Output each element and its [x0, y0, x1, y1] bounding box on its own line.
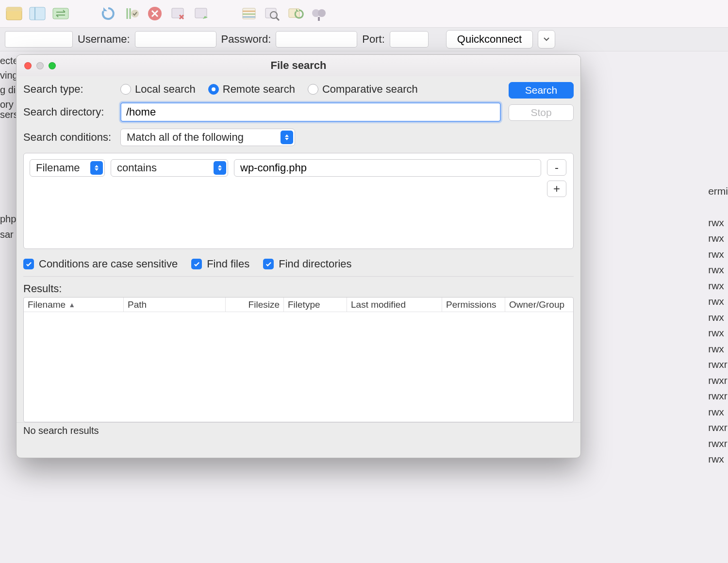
username-input[interactable]: [135, 31, 216, 48]
quickconnect-bar: Username: Password: Port: Quickconnect: [0, 27, 728, 51]
radio-remote-search[interactable]: Remote search: [208, 83, 295, 96]
col-filesize[interactable]: Filesize: [226, 298, 284, 312]
sync-icon[interactable]: [286, 4, 305, 23]
bg-permissions-fragment: ermi rwxrwxrwx rwxrwxrwx rwxrwxrwx rwxrr…: [708, 183, 728, 467]
checkbox-case-sensitive[interactable]: Conditions are case sensitive: [23, 258, 178, 270]
svg-line-15: [276, 17, 279, 20]
add-condition-button[interactable]: +: [547, 181, 566, 197]
dialog-titlebar[interactable]: File search: [17, 55, 580, 76]
search-button[interactable]: Search: [509, 82, 574, 99]
condition-row: Filename contains: [30, 159, 567, 177]
search-icon[interactable]: [263, 4, 281, 23]
dialog-status-bar: No search results: [17, 422, 580, 439]
conditions-panel: Filename contains - +: [23, 153, 574, 249]
refresh-icon[interactable]: [99, 4, 117, 23]
condition-operator-select[interactable]: contains: [111, 159, 228, 177]
check-icon: [25, 261, 33, 268]
results-table[interactable]: Filename ▲ Path Filesize Filetype Last m…: [23, 297, 574, 422]
port-input[interactable]: [390, 31, 429, 48]
process-queue-icon[interactable]: [122, 4, 141, 23]
svg-rect-2: [30, 7, 45, 20]
username-label: Username:: [78, 33, 130, 46]
select-caret-icon: [90, 161, 103, 175]
radio-local-label: Local search: [135, 83, 196, 96]
col-filetype[interactable]: Filetype: [284, 298, 347, 312]
separator: [23, 276, 574, 277]
radio-remote-label: Remote search: [223, 83, 295, 96]
checkbox-find-dirs[interactable]: Find directories: [263, 258, 351, 270]
stop-button[interactable]: Stop: [509, 104, 574, 121]
checkbox-find-files[interactable]: Find files: [191, 258, 249, 270]
password-input[interactable]: [276, 31, 357, 48]
condition-value-input[interactable]: [234, 159, 541, 177]
match-mode-value: Match all of the following: [127, 131, 244, 144]
condition-field-value: Filename: [36, 162, 80, 174]
col-filename[interactable]: Filename ▲: [24, 298, 124, 312]
check-icon: [265, 261, 272, 268]
condition-operator-value: contains: [117, 162, 157, 174]
radio-comparative-search[interactable]: Comparative search: [308, 83, 418, 96]
check-icon: [193, 261, 200, 268]
radio-comparative-label: Comparative search: [322, 83, 418, 96]
search-type-label: Search type:: [23, 83, 120, 96]
col-path[interactable]: Path: [124, 298, 226, 312]
search-directory-label: Search directory:: [23, 106, 120, 118]
file-search-dialog: File search Search type: Local search Re…: [16, 54, 581, 458]
minimize-icon[interactable]: [36, 62, 44, 69]
host-input[interactable]: [5, 31, 73, 48]
chevron-down-icon: [544, 37, 549, 41]
port-label: Port:: [362, 33, 384, 46]
password-label: Password:: [221, 33, 271, 46]
svg-rect-1: [6, 7, 22, 11]
svg-point-5: [131, 10, 139, 17]
col-ownergroup[interactable]: Owner/Group: [505, 298, 573, 312]
sort-asc-icon: ▲: [68, 301, 75, 309]
remove-condition-button[interactable]: -: [547, 159, 566, 176]
search-conditions-label: Search conditions:: [23, 131, 120, 144]
zoom-icon[interactable]: [49, 62, 56, 69]
match-mode-select[interactable]: Match all of the following: [120, 129, 295, 146]
dialog-title: File search: [17, 59, 580, 72]
bg-text: php: [0, 214, 16, 225]
checkbox-case-label: Conditions are case sensitive: [39, 258, 178, 270]
checkbox-dirs-label: Find directories: [279, 258, 351, 270]
reconnect-icon[interactable]: [192, 4, 211, 23]
quickconnect-button[interactable]: Quickconnect: [446, 30, 533, 49]
toggle-transfer-icon[interactable]: [51, 4, 70, 23]
disconnect-icon[interactable]: [169, 4, 187, 23]
select-caret-icon: [214, 161, 226, 175]
svg-point-18: [318, 9, 326, 17]
select-caret-icon: [281, 131, 293, 144]
condition-field-select[interactable]: Filename: [30, 159, 105, 177]
search-directory-input[interactable]: [120, 102, 501, 122]
radio-local-search[interactable]: Local search: [120, 83, 196, 96]
svg-rect-16: [289, 9, 299, 17]
close-icon[interactable]: [24, 62, 32, 69]
svg-rect-4: [53, 8, 68, 19]
bg-text: sar: [0, 229, 14, 240]
filter-icon[interactable]: [240, 4, 258, 23]
results-header: Filename ▲ Path Filesize Filetype Last m…: [24, 298, 573, 312]
cancel-icon[interactable]: [146, 4, 164, 23]
main-toolbar: [0, 0, 728, 27]
results-label: Results:: [23, 282, 574, 295]
col-permissions[interactable]: Permissions: [442, 298, 505, 312]
checkbox-files-label: Find files: [207, 258, 249, 270]
col-lastmodified[interactable]: Last modified: [347, 298, 442, 312]
toggle-tree-icon[interactable]: [28, 4, 47, 23]
compare-icon[interactable]: [310, 4, 328, 23]
svg-rect-19: [318, 17, 320, 21]
sitemanager-icon[interactable]: [5, 4, 23, 23]
quickconnect-history-button[interactable]: [538, 30, 555, 49]
